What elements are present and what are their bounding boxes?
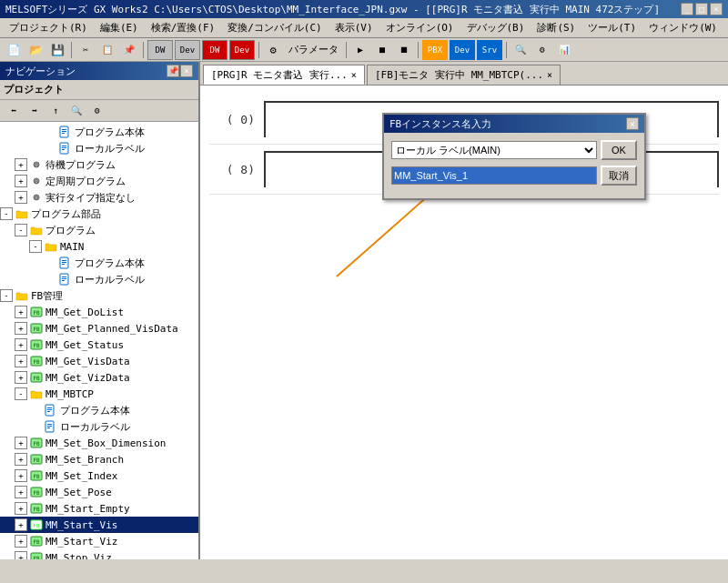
tree-item-mm-start-vis[interactable]: +FBMM_Start_Vis bbox=[0, 517, 198, 533]
tree-toggle-mm-start-empty[interactable]: + bbox=[15, 502, 27, 515]
tree-toggle-exec-type-none[interactable]: + bbox=[15, 191, 27, 204]
tb-btn-r2[interactable]: ■ bbox=[372, 40, 392, 60]
menu-diag[interactable]: 診断(S) bbox=[531, 19, 581, 36]
tab-fb-monitor[interactable]: [FB]モニタ 実行中 MM_MBTCP(... × bbox=[367, 65, 561, 85]
param-icon[interactable]: ⚙ bbox=[263, 40, 283, 60]
tree-item-program[interactable]: -プログラム bbox=[0, 222, 198, 238]
tree-item-exec-type-none[interactable]: +⚙実行タイプ指定なし bbox=[0, 189, 198, 206]
tb-btn-r8[interactable]: ⚙ bbox=[532, 40, 552, 60]
tree-item-main[interactable]: -MAIN bbox=[0, 238, 198, 255]
tree-toggle-mm-get-planned[interactable]: + bbox=[15, 322, 27, 335]
tree-item-program-body-1[interactable]: プログラム本体 bbox=[0, 124, 198, 140]
menu-edit[interactable]: 編集(E) bbox=[95, 19, 144, 36]
dialog-title-bar[interactable]: FBインスタンス名入力 × bbox=[384, 115, 644, 133]
tree-item-standby-program[interactable]: +⚙待機プログラム bbox=[0, 156, 198, 173]
tab-fb-close[interactable]: × bbox=[547, 70, 552, 80]
tree-toggle-periodic-program[interactable]: + bbox=[15, 175, 27, 187]
tree-item-program-parts[interactable]: -プログラム部品 bbox=[0, 206, 198, 222]
tree-item-program-body-main[interactable]: プログラム本体 bbox=[0, 255, 198, 271]
tree-item-local-label-main[interactable]: ローカルラベル bbox=[0, 271, 198, 287]
dev-btn3[interactable]: DW bbox=[202, 40, 228, 60]
cut-btn[interactable]: ✂ bbox=[76, 40, 96, 60]
tree-toggle-mm-start-vis[interactable]: + bbox=[15, 518, 27, 531]
tree-toggle-program-parts[interactable]: - bbox=[0, 207, 13, 220]
tree-toggle-mm-set-index[interactable]: + bbox=[15, 469, 27, 482]
maximize-btn[interactable]: □ bbox=[695, 3, 708, 15]
menu-online[interactable]: オンライン(O) bbox=[380, 19, 460, 36]
tree-item-mm-get-dolist[interactable]: +FBMM_Get_DoList bbox=[0, 304, 198, 320]
nav-tb1[interactable]: ⬅ bbox=[4, 101, 24, 121]
tb-btn-r6[interactable]: Srv bbox=[477, 40, 502, 60]
tree-item-fb-management[interactable]: -FB管理 bbox=[0, 287, 198, 304]
tree-item-mm-set-index[interactable]: +FBMM_Set_Index bbox=[0, 467, 198, 484]
tree-item-mm-get-vizdata[interactable]: +FBMM_Get_VizData bbox=[0, 369, 198, 386]
tree-toggle-main[interactable]: - bbox=[29, 240, 42, 253]
tb-btn-r4[interactable]: PBX bbox=[422, 40, 448, 60]
tree-toggle-program[interactable]: - bbox=[15, 224, 27, 236]
tree-item-mm-get-status[interactable]: +FBMM_Get_Status bbox=[0, 337, 198, 353]
menu-debug[interactable]: デバッグ(B) bbox=[461, 19, 531, 36]
tree-item-mm-set-box[interactable]: +FBMM_Set_Box_Dimension bbox=[0, 435, 198, 451]
nav-pin-btn[interactable]: 📌 bbox=[167, 65, 179, 77]
tb-btn-r9[interactable]: 📊 bbox=[554, 40, 574, 60]
tree-toggle-mm-mbtcp[interactable]: - bbox=[15, 387, 27, 400]
nav-close-btn[interactable]: × bbox=[180, 65, 193, 77]
tree-item-mm-mbtcp-body[interactable]: プログラム本体 bbox=[0, 402, 198, 418]
tab-prg-monitor[interactable]: [PRG]R モニタ書込 実行... × bbox=[203, 65, 365, 85]
tree-item-mm-set-branch[interactable]: +FBMM_Set_Branch bbox=[0, 451, 198, 467]
save-btn[interactable]: 💾 bbox=[47, 40, 67, 60]
menu-view[interactable]: 表示(V) bbox=[329, 19, 379, 36]
tree-toggle-mm-start-viz[interactable]: + bbox=[15, 535, 27, 548]
minimize-btn[interactable]: _ bbox=[681, 3, 693, 15]
nav-tb5[interactable]: ⚙ bbox=[87, 101, 107, 121]
menu-convert[interactable]: 変換/コンパイル(C) bbox=[222, 19, 328, 36]
dialog-close-btn[interactable]: × bbox=[626, 117, 639, 130]
tree-item-mm-start-viz[interactable]: +FBMM_Start_Viz bbox=[0, 533, 198, 549]
tb-btn-r5[interactable]: Dev bbox=[450, 40, 475, 60]
tree-item-mm-stop-viz[interactable]: +FBMM_Stop_Viz bbox=[0, 549, 198, 559]
dev-btn1[interactable]: DW bbox=[147, 40, 173, 60]
menu-project[interactable]: プロジェクト(R) bbox=[4, 19, 93, 36]
tree-toggle-mm-set-box[interactable]: + bbox=[15, 437, 27, 449]
nav-tb4[interactable]: 🔍 bbox=[66, 101, 86, 121]
tree-item-mm-mbtcp[interactable]: -MM_MBTCP bbox=[0, 386, 198, 402]
tree-item-local-label-1[interactable]: ローカルラベル bbox=[0, 140, 198, 156]
tree-item-mm-start-empty[interactable]: +FBMM_Start_Empty bbox=[0, 500, 198, 517]
dialog-ok-btn[interactable]: OK bbox=[601, 140, 637, 160]
dialog-scope-select[interactable]: ローカル ラベル(MAIN) bbox=[391, 141, 597, 159]
tree-toggle-mm-get-visdata[interactable]: + bbox=[15, 355, 27, 367]
dialog-instance-input[interactable] bbox=[391, 166, 597, 185]
tab-prg-close[interactable]: × bbox=[351, 70, 357, 80]
close-btn[interactable]: × bbox=[710, 3, 723, 15]
tree-toggle-mm-get-dolist[interactable]: + bbox=[15, 306, 27, 318]
tree-toggle-mm-set-pose[interactable]: + bbox=[15, 486, 27, 498]
dev-btn4[interactable]: Dev bbox=[229, 40, 255, 60]
tree-item-mm-set-pose[interactable]: +FBMM_Set_Pose bbox=[0, 484, 198, 500]
menu-tools[interactable]: ツール(T) bbox=[582, 19, 642, 36]
open-btn[interactable]: 📂 bbox=[25, 40, 46, 60]
tree-toggle-fb-management[interactable]: - bbox=[0, 289, 13, 302]
tree-toggle-mm-get-vizdata[interactable]: + bbox=[15, 371, 27, 384]
tree-toggle-mm-stop-viz[interactable]: + bbox=[15, 551, 27, 559]
dev-btn2[interactable]: Dev bbox=[175, 40, 200, 60]
paste-btn[interactable]: 📌 bbox=[119, 40, 139, 60]
ladder-view[interactable]: ( 0) ( 8) FBインスタンス名入力 bbox=[200, 85, 728, 559]
tree-item-mm-mbtcp-label[interactable]: ローカルラベル bbox=[0, 418, 198, 435]
menu-window[interactable]: ウィンドウ(W) bbox=[643, 19, 723, 36]
menu-search[interactable]: 検索/置換(F) bbox=[146, 19, 221, 36]
tb-btn-r7[interactable]: 🔍 bbox=[511, 40, 531, 60]
tree-toggle-standby-program[interactable]: + bbox=[15, 158, 27, 171]
nav-tb3[interactable]: ↑ bbox=[46, 101, 66, 121]
tb-btn-r1[interactable]: ▶ bbox=[350, 40, 370, 60]
tree-toggle-mm-get-status[interactable]: + bbox=[15, 338, 27, 351]
tb-btn-r3[interactable]: ⏹ bbox=[394, 40, 414, 60]
nav-tb2[interactable]: ➡ bbox=[25, 101, 45, 121]
tree-item-mm-get-planned[interactable]: +FBMM_Get_Planned_VisData bbox=[0, 320, 198, 337]
dialog-cancel-btn[interactable]: 取消 bbox=[601, 166, 637, 186]
copy-btn[interactable]: 📋 bbox=[97, 40, 117, 60]
new-btn[interactable]: 📄 bbox=[4, 40, 24, 60]
tree-item-mm-get-visdata[interactable]: +FBMM_Get_VisData bbox=[0, 353, 198, 369]
tree-item-periodic-program[interactable]: +⚙定周期プログラム bbox=[0, 173, 198, 189]
svg-rect-20 bbox=[62, 278, 66, 279]
tree-toggle-mm-set-branch[interactable]: + bbox=[15, 453, 27, 466]
